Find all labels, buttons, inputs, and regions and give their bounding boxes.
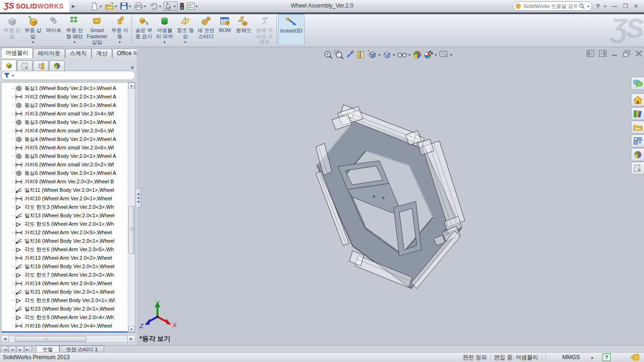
horizontal-scroll-thumb[interactable] <box>15 336 86 342</box>
move-component-caret[interactable]: ▼ <box>118 41 122 45</box>
scroll-down-button[interactable]: ▼ <box>128 326 135 332</box>
collapse-left-pane-icon[interactable] <box>586 50 594 57</box>
mate-tree-item[interactable]: 일치11 (Wheel Body Ver.2.0<1>,Wheel <box>1 186 128 194</box>
mate-tree-item[interactable]: 동심5 (Wheel Body Ver.2.0<1>,Wheel A <box>1 152 128 160</box>
command-tab[interactable]: 계산 <box>91 49 112 58</box>
file-explorer-tab[interactable] <box>631 121 644 134</box>
reference-geometry-button[interactable]: 참조 형 상 ▼ <box>175 14 196 45</box>
options-button[interactable]: ▼ <box>186 2 199 10</box>
study-tab[interactable]: 모션 스터디 1 <box>59 346 104 353</box>
units-label[interactable]: MMGS <box>562 354 580 361</box>
feature-tree[interactable]: 동심1 (Wheel Body Ver.2.0<1>,Wheel A 거리2 (… <box>1 82 135 333</box>
tab-scroll-next-button[interactable]: ▶ <box>17 346 24 353</box>
search-icon[interactable] <box>579 3 585 9</box>
previous-view-button[interactable] <box>345 50 355 59</box>
zoom-fit-button[interactable] <box>323 50 333 59</box>
assembly-features-button[interactable]: 어셈블 리 피처 ▼ <box>154 14 175 45</box>
tree-horizontal-scrollbar[interactable]: ◀ ▶ <box>1 335 135 343</box>
mate-tree-item[interactable]: 동심1 (Wheel Body Ver.2.0<1>,Wheel A <box>1 84 128 92</box>
insert-component-button[interactable]: 부품 삽 입 ▼ <box>23 14 43 45</box>
smart-fastener-button[interactable]: Smart Fastener 삽입 <box>85 14 109 45</box>
scroll-left-button[interactable]: ◀ <box>1 336 9 342</box>
hide-show-items-button[interactable]: ▼ <box>397 50 411 59</box>
options-dropdown-caret[interactable]: ▼ <box>195 5 198 8</box>
explode-line-sketch-button[interactable]: 분해 지 시선 스 케치 <box>254 14 275 45</box>
mate-tree-item[interactable]: 각도 한도9 (Wheel Arm Ver.2.0<4>,Wh <box>1 313 128 321</box>
comments-tab[interactable] <box>631 77 644 90</box>
tab-scroll-last-button[interactable]: ▶❘ <box>25 346 32 353</box>
close-button[interactable]: ✕ <box>633 3 639 9</box>
scroll-right-button[interactable]: ▶ <box>127 336 135 342</box>
filter-caret[interactable]: ▼ <box>11 74 15 77</box>
display-style-button[interactable]: ▼ <box>382 50 396 59</box>
mate-tree-item[interactable]: 각도 한도3 (Wheel Arm Ver.2.0<3>,Wh <box>1 203 128 211</box>
view-settings-caret[interactable]: ▼ <box>450 53 453 57</box>
print-button[interactable]: ▼ <box>133 2 148 10</box>
apply-scene-button[interactable]: ▼ <box>423 50 438 59</box>
collapse-right-pane-icon[interactable] <box>599 50 607 57</box>
edit-appearance-button[interactable] <box>413 50 422 59</box>
assembly-features-caret[interactable]: ▼ <box>163 41 166 45</box>
tree-vertical-scrollbar[interactable]: ▲ ▼ <box>128 82 135 332</box>
scroll-up-button[interactable]: ▲ <box>128 82 135 89</box>
new-dropdown-caret[interactable]: ▼ <box>99 5 102 8</box>
save-button[interactable]: ▼ <box>119 2 132 10</box>
tab-scroll-first-button[interactable]: ❘◀ <box>0 346 8 353</box>
new-document-button[interactable]: ▼ <box>90 2 103 11</box>
mate-tree-item[interactable]: 거리13 (Wheel Arm Ver.2.0<2>,Wheel <box>1 254 128 262</box>
command-tab[interactable]: 스케치 <box>65 49 91 58</box>
quick-tips-button[interactable]: ? <box>603 354 611 361</box>
help-button[interactable]: ? <box>596 3 600 10</box>
view-palette-tab[interactable] <box>631 134 644 148</box>
insert-component-caret[interactable]: ▼ <box>32 41 35 45</box>
mate-tree-item[interactable]: 동심4 (Wheel Body Ver.2.0<1>,Wheel A <box>1 135 128 143</box>
mate-tree-item[interactable]: 거리9 (Wheel Arm Ver.2.0<3>,Wheel B <box>1 177 128 186</box>
hide-show-caret[interactable]: ▼ <box>408 53 411 57</box>
mate-button[interactable]: 메이트 <box>43 14 64 45</box>
instant3d-button[interactable]: Instant3D <box>278 14 305 45</box>
view-orientation-caret[interactable]: ▼ <box>378 53 381 57</box>
wheel-assembly-model[interactable] <box>292 94 490 292</box>
solidworks-resources-tab[interactable] <box>631 93 644 107</box>
select-dropdown-caret[interactable]: ▼ <box>173 5 176 8</box>
mate-tree-item[interactable]: 동심3 (Wheel Body Ver.2.0<1>,Wheel A <box>1 118 128 126</box>
units-caret[interactable]: ▲ <box>590 355 594 360</box>
section-view-button[interactable] <box>356 50 365 59</box>
mate-tree-item[interactable]: 거리16 (Wheel Arm Ver.2.0<4>,Wheel <box>1 321 128 330</box>
mate-tree-item[interactable]: 각도 한도6 (Wheel Arm Ver.2.0<5>,Wh <box>1 245 128 254</box>
exploded-view-button[interactable]: 분해도 <box>233 14 254 45</box>
mate-tree-item[interactable]: 일치21 (Wheel Body Ver.2.0<1>,Wheel <box>1 288 128 296</box>
panel-overflow-chevrons[interactable]: » <box>131 64 136 71</box>
undo-button[interactable]: ▼ <box>149 2 163 10</box>
command-tab[interactable]: 어셈블리 <box>1 48 33 58</box>
display-style-caret[interactable]: ▼ <box>392 53 396 57</box>
help-dropdown-caret[interactable]: ▼ <box>603 5 607 8</box>
doc-minimize-icon[interactable] <box>611 50 619 57</box>
help-search-box[interactable]: ? SolidWorks 도움말 검색 ▼ <box>513 1 592 11</box>
mate-tree-item[interactable]: 동심2 (Wheel Body Ver.2.0<1>,Wheel A <box>1 101 128 109</box>
show-hidden-button[interactable]: 숨은 부 품 표시 <box>133 14 154 45</box>
edit-component-button[interactable]: 부품 편 집 <box>2 14 23 45</box>
apply-scene-caret[interactable]: ▼ <box>434 53 438 57</box>
mate-tree-item[interactable]: 각도 한도5 (Wheel Arm Ver.2.0<1>,Wh <box>1 220 128 228</box>
mate-tree-item[interactable]: 거리6 (Wheel Arm small Ver.2.0<2>,Wl <box>1 160 128 169</box>
tab-featuremanager[interactable] <box>1 59 17 71</box>
save-dropdown-caret[interactable]: ▼ <box>128 5 132 8</box>
tab-displaymanager[interactable] <box>49 60 65 71</box>
vertical-scroll-thumb[interactable] <box>129 206 134 254</box>
mate-tree-item[interactable]: 거리3 (Wheel Arm small Ver.2.0<4>,Wl <box>1 109 128 118</box>
tab-scroll-prev-button[interactable]: ◀ <box>8 346 16 353</box>
linear-pattern-button[interactable]: 부품 선 형 패턴 ▼ <box>64 14 85 45</box>
tab-propertymanager[interactable] <box>17 60 33 71</box>
reference-geometry-caret[interactable]: ▼ <box>184 41 187 45</box>
appearances-scenes-tab[interactable] <box>631 148 644 161</box>
print-dropdown-caret[interactable]: ▼ <box>143 5 147 8</box>
mate-tree-item[interactable]: 일치19 (Wheel Body Ver.2.0<1>,Wheel <box>1 262 128 271</box>
mate-tree-item[interactable]: 거리5 (Wheel Arm small Ver.2.0<6>,Wl <box>1 143 128 152</box>
mate-tree-item[interactable]: 거리12 (Wheel Arm Ver.2.0<5>,Wheel <box>1 228 128 237</box>
zoom-area-button[interactable] <box>334 50 344 59</box>
mate-tree-item[interactable]: 각도 한도8 (Wheel Body Ver.2.0<1>,Wl <box>1 296 128 304</box>
open-button[interactable]: ▼ <box>104 2 118 10</box>
mate-tree-item[interactable]: 거리14 (Wheel Arm Ver.2.0<6>,Wheel <box>1 279 128 288</box>
mate-tree-item[interactable]: 거리4 (Wheel Arm small Ver.2.0<5>,Wl <box>1 126 128 135</box>
